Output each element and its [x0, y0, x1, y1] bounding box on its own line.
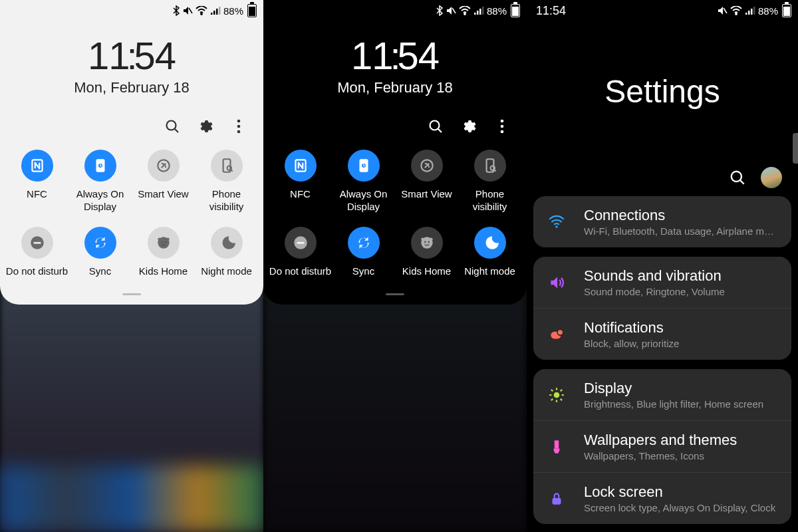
tile-label: Do not disturb	[269, 265, 331, 278]
settings-row-notif[interactable]: NotificationsBlock, allow, prioritize	[533, 308, 791, 360]
tile-phonevis[interactable]: Phone visibility	[195, 150, 258, 213]
tile-dnd[interactable]: Do not disturb	[269, 227, 332, 278]
tile-label: NFC	[27, 188, 47, 201]
svg-rect-5	[219, 7, 221, 15]
tile-label: Night mode	[201, 265, 252, 278]
clock-minute: 54	[134, 34, 176, 77]
tile-nightmode[interactable]: Night mode	[195, 227, 258, 278]
tile-sync[interactable]: Sync	[68, 227, 132, 278]
row-title: Connections	[584, 207, 778, 224]
svg-point-19	[501, 120, 504, 123]
row-title: Lock screen	[584, 483, 778, 501]
search-icon[interactable]	[164, 118, 181, 135]
svg-line-11	[452, 8, 456, 13]
quick-tiles: NFCAlways On DisplaySmart ViewPhone visi…	[0, 140, 263, 281]
tile-label: Always On Display	[332, 188, 395, 213]
clock-time: 11:54	[263, 33, 527, 78]
search-icon[interactable]	[427, 118, 444, 135]
wifi-icon	[459, 6, 471, 15]
quick-panel-light: 88% 11:54 Mon, February 18 NFCAlways On …	[0, 0, 263, 305]
svg-point-9	[237, 125, 241, 128]
smartview-icon	[148, 150, 180, 182]
panel-handle[interactable]	[122, 293, 141, 295]
battery-icon	[247, 4, 257, 17]
battery-percent: 88%	[223, 5, 243, 17]
mute-icon	[717, 6, 728, 15]
signal-icon	[745, 6, 755, 15]
tile-kidshome[interactable]: Kids Home	[132, 227, 195, 278]
nightmode-icon	[211, 227, 243, 259]
tile-aod[interactable]: Always On Display	[332, 150, 395, 213]
battery-percent: 88%	[758, 5, 778, 17]
mute-icon	[446, 6, 456, 15]
tile-sync[interactable]: Sync	[332, 227, 395, 278]
quick-panel-dark: 88% 11:54 Mon, February 18 NFCAlways On …	[263, 0, 527, 305]
search-icon[interactable]	[729, 169, 746, 186]
tile-aod[interactable]: Always On Display	[68, 150, 132, 213]
clock-time: 11:54	[0, 33, 263, 78]
tile-label: NFC	[290, 188, 311, 201]
settings-card: Sounds and vibrationSound mode, Ringtone…	[533, 257, 791, 360]
tile-label: Kids Home	[402, 265, 451, 278]
svg-point-21	[501, 130, 504, 134]
settings-row-lockscreen[interactable]: Lock screenScreen lock type, Always On D…	[533, 472, 791, 524]
smartview-icon	[411, 150, 443, 182]
tile-kidshome[interactable]: Kids Home	[395, 227, 458, 278]
wallpapers-icon	[543, 438, 571, 456]
svg-rect-26	[751, 9, 753, 15]
clock-area: 11:54 Mon, February 18	[0, 21, 263, 103]
nfc-icon	[21, 150, 53, 182]
svg-rect-14	[477, 11, 479, 15]
tile-dnd[interactable]: Do not disturb	[5, 227, 68, 278]
row-title: Display	[584, 380, 778, 397]
settings-row-display[interactable]: DisplayBrightness, Blue light filter, Ho…	[533, 369, 791, 420]
battery-icon	[782, 4, 791, 17]
tile-smartview[interactable]: Smart View	[395, 150, 458, 213]
aod-icon	[348, 150, 380, 182]
tile-nightmode[interactable]: Night mode	[458, 227, 521, 278]
settings-actions	[527, 110, 798, 196]
svg-point-6	[167, 121, 176, 130]
status-bar: 11:54 88%	[527, 0, 798, 21]
gear-icon[interactable]	[197, 118, 214, 135]
clock-date: Mon, February 18	[0, 79, 263, 96]
avatar[interactable]	[761, 167, 782, 188]
row-subtitle: Screen lock type, Always On Display, Clo…	[584, 502, 778, 513]
bluetooth-icon	[173, 5, 180, 16]
more-icon[interactable]	[230, 118, 247, 135]
kidshome-icon	[148, 227, 180, 259]
tile-smartview[interactable]: Smart View	[132, 150, 195, 213]
more-icon[interactable]	[493, 118, 511, 135]
bluetooth-icon	[436, 5, 443, 16]
settings-card: ConnectionsWi-Fi, Bluetooth, Data usage,…	[533, 196, 791, 247]
tile-phonevis[interactable]: Phone visibility	[458, 150, 521, 213]
clock-date: Mon, February 18	[263, 79, 527, 96]
svg-point-12	[464, 13, 466, 15]
tile-label: Sync	[89, 265, 111, 278]
svg-rect-15	[479, 9, 481, 15]
svg-point-23	[735, 13, 737, 15]
panel-handle[interactable]	[386, 293, 404, 295]
nfc-icon	[285, 150, 317, 182]
svg-rect-27	[753, 7, 755, 15]
gear-icon[interactable]	[460, 118, 477, 135]
settings-row-sounds[interactable]: Sounds and vibrationSound mode, Ringtone…	[533, 257, 791, 308]
settings-row-connections[interactable]: ConnectionsWi-Fi, Bluetooth, Data usage,…	[533, 196, 791, 247]
tile-label: Kids Home	[139, 265, 188, 278]
tile-label: Smart View	[401, 188, 452, 201]
svg-point-10	[237, 130, 241, 134]
tile-nfc[interactable]: NFC	[269, 150, 332, 213]
signal-icon	[210, 6, 221, 15]
dnd-icon	[21, 227, 53, 259]
tile-nfc[interactable]: NFC	[5, 150, 68, 213]
display-icon	[543, 386, 571, 404]
svg-rect-24	[745, 13, 747, 15]
svg-point-28	[732, 172, 741, 182]
status-bar: 88%	[0, 0, 263, 21]
scrollbar[interactable]	[793, 133, 798, 164]
tile-label: Phone visibility	[195, 188, 258, 213]
lockscreen-icon	[543, 490, 571, 507]
quick-tiles: NFCAlways On DisplaySmart ViewPhone visi…	[263, 140, 527, 281]
settings-row-wallpapers[interactable]: Wallpapers and themesWallpapers, Themes,…	[533, 420, 791, 472]
svg-line-22	[724, 8, 727, 13]
